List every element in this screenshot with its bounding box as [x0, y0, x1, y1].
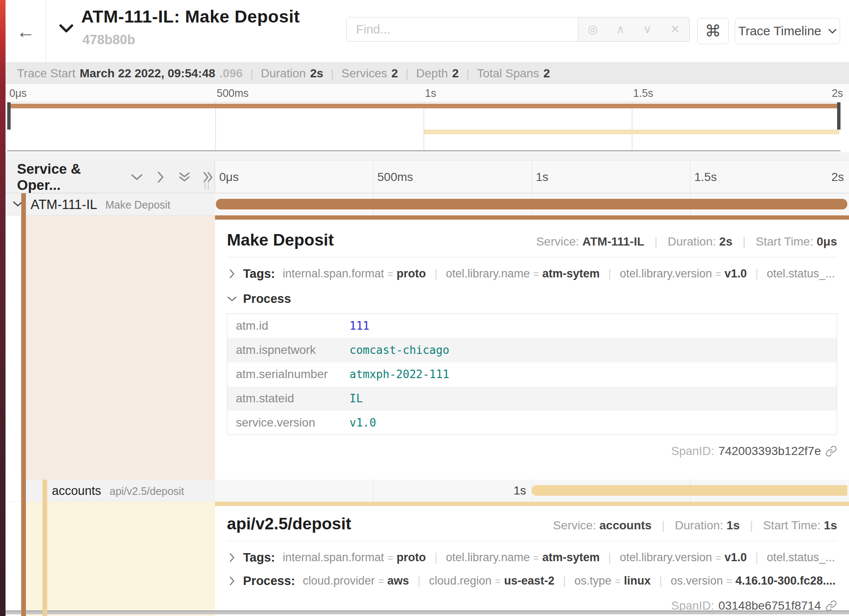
- trace-title-chevron-down-icon[interactable]: [59, 23, 74, 35]
- span-detail-bar-atm[interactable]: [215, 215, 849, 220]
- spanid-row: SpanID: 742003393b122f7e: [227, 444, 837, 458]
- divider: |: [467, 67, 470, 80]
- process-table: atm.id 111 atm.ispnetwork comcast-chicag…: [227, 314, 837, 435]
- link-icon[interactable]: [825, 445, 837, 457]
- span-bar-accounts[interactable]: [532, 485, 847, 496]
- tag-chip-truncated: otel.status_...: [767, 551, 835, 564]
- minimap-tick: 500ms: [217, 87, 249, 99]
- view-selector-button[interactable]: Trace Timeline: [735, 18, 840, 44]
- timeline-tick: 1s: [536, 170, 549, 184]
- chevron-down-icon: [828, 28, 837, 34]
- service-value: ATM-111-IL: [583, 235, 645, 248]
- process-value: aws: [388, 574, 409, 587]
- tag-value: v1.0: [724, 267, 747, 280]
- tag-key: otel.library.version: [620, 267, 712, 280]
- span-row-accounts-timeline[interactable]: 1s: [215, 480, 849, 502]
- timeline-minimap[interactable]: [7, 102, 841, 151]
- duration-label: Duration:: [668, 235, 716, 248]
- horizontal-scrollbar[interactable]: [6, 610, 849, 614]
- span-detail-accounts-indent: [6, 502, 215, 616]
- process-chip: cloud.provider=aws: [303, 574, 409, 588]
- trace-start-value: March 22 2022, 09:54:48: [79, 67, 215, 80]
- span-operation-name: Make Deposit: [105, 199, 170, 211]
- find-next-icon[interactable]: ∨: [643, 23, 652, 36]
- divider: |: [750, 519, 753, 532]
- span-bar-atm[interactable]: [216, 199, 847, 209]
- tag-key: otel.library.version: [620, 551, 712, 564]
- trace-timeline-page: ← ATM-111-IL: Make Deposit 478b80b ◎ ∧ ∨…: [0, 0, 849, 616]
- divider: |: [331, 67, 334, 80]
- span-detail-bar-accounts[interactable]: [215, 502, 849, 506]
- process-value: IL: [341, 387, 837, 411]
- divider: [227, 541, 837, 541]
- expander-column: [6, 215, 21, 480]
- equals: =: [615, 576, 620, 587]
- divider: |: [406, 67, 409, 80]
- divider: |: [250, 67, 253, 80]
- span-row-accounts-label[interactable]: accounts api/v2.5/deposit: [6, 480, 215, 502]
- minimap-tick: 1.5s: [633, 87, 653, 99]
- process-section-toggle[interactable]: Process: [227, 292, 837, 306]
- process-row[interactable]: Process: cloud.provider=aws | cloud.regi…: [227, 574, 837, 588]
- span-detail-meta: Service: ATM-111-IL | Duration: 2s | Sta…: [536, 235, 837, 249]
- tag-chip: otel.library.name=atm-sytem: [446, 267, 600, 280]
- divider: |: [608, 551, 611, 564]
- link-icon[interactable]: [825, 600, 837, 612]
- process-key: atm.serialnumber: [227, 362, 341, 387]
- tag-chip-truncated: otel.status_...: [767, 267, 835, 280]
- span-row-atm-timeline[interactable]: [215, 193, 849, 215]
- locate-icon[interactable]: ◎: [588, 23, 598, 36]
- column-resize-grip[interactable]: ||: [204, 179, 210, 190]
- services-value: 2: [391, 67, 398, 80]
- timeline-gridline: [690, 161, 691, 193]
- chevron-right-icon: [229, 576, 235, 586]
- equals: =: [533, 268, 539, 280]
- chevron-down-icon: [227, 296, 237, 302]
- tags-row[interactable]: Tags: internal.span.format=proto | otel.…: [227, 551, 837, 565]
- divider: |: [434, 551, 437, 564]
- span-detail-title: Make Deposit: [227, 231, 334, 249]
- total-spans-value: 2: [543, 67, 550, 80]
- tags-row[interactable]: Tags: internal.span.format=proto | otel.…: [227, 267, 837, 281]
- trace-start-fraction: .096: [220, 67, 243, 80]
- timeline-tick: 500ms: [377, 170, 413, 184]
- process-value: comcast-chicago: [341, 338, 837, 362]
- tag-value: proto: [396, 267, 426, 280]
- find-clear-icon[interactable]: ✕: [670, 23, 680, 36]
- find-input[interactable]: [346, 17, 578, 42]
- span-row-atm-label[interactable]: ATM-111-IL Make Deposit: [6, 193, 215, 215]
- minimap-gridline: [215, 102, 216, 150]
- services-label: Services: [342, 67, 387, 80]
- minimap-scrubber-left[interactable]: [7, 102, 11, 130]
- tag-chip: internal.span.format=proto: [283, 267, 426, 280]
- tag-chip: otel.library.version=v1.0: [620, 267, 747, 280]
- minimap-scrubber-right[interactable]: [837, 102, 841, 130]
- back-button[interactable]: ←: [6, 0, 46, 62]
- minimap-span-bar-accounts: [424, 130, 840, 134]
- process-value: 4.16.10-300.fc28....: [736, 574, 836, 587]
- find-prev-icon[interactable]: ∧: [616, 23, 625, 36]
- duration-value: 2s: [310, 67, 323, 80]
- expand-one-icon[interactable]: [154, 173, 167, 181]
- collapse-all-icon[interactable]: [178, 172, 191, 183]
- start-time-label: Start Time:: [763, 519, 821, 532]
- start-time-value: 1s: [824, 519, 837, 532]
- timeline-gridline: [373, 161, 374, 193]
- tag-key: otel.library.name: [446, 551, 530, 564]
- keyboard-shortcuts-button[interactable]: ⌘: [697, 18, 729, 44]
- table-row: atm.serialnumber atmxph-2022-111: [227, 362, 837, 387]
- equals: =: [388, 268, 393, 280]
- process-chip: cloud.region=us-east-2: [429, 574, 555, 588]
- process-key: cloud.region: [429, 574, 492, 587]
- timeline-header: 0μs 500ms 1s 1.5s 2s: [215, 161, 849, 193]
- collapse-one-icon[interactable]: [130, 173, 143, 181]
- span-service-name: accounts: [52, 484, 101, 498]
- chevron-right-icon: [229, 553, 235, 563]
- span-detail-title: api/v2.5/deposit: [227, 514, 351, 533]
- page-header: ← ATM-111-IL: Make Deposit 478b80b ◎ ∧ ∨…: [6, 0, 849, 63]
- process-label: Process:: [243, 574, 295, 588]
- tag-value: proto: [396, 551, 426, 564]
- divider: |: [563, 574, 566, 588]
- service-operation-title: Service & Oper...: [17, 161, 119, 193]
- divider: [227, 257, 837, 257]
